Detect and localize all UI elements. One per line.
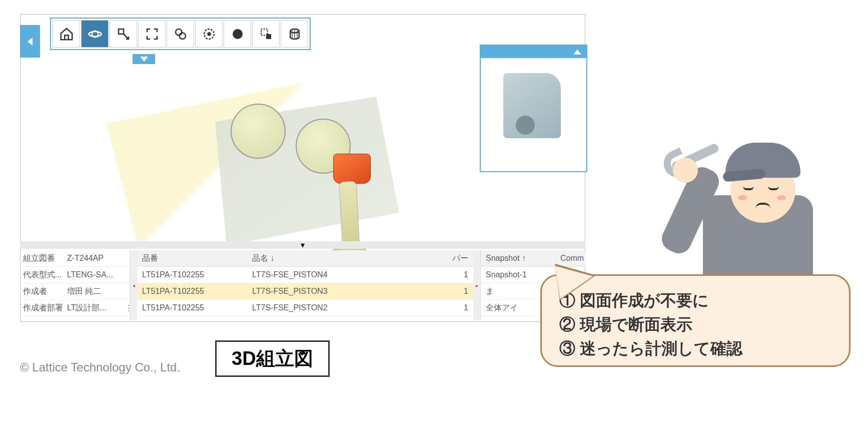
svg-point-3: [176, 29, 182, 36]
column-part-number[interactable]: 品番: [137, 253, 247, 264]
wireframe-button[interactable]: [281, 20, 308, 48]
column-resize-handle[interactable]: ⋮: [125, 303, 130, 313]
svg-point-1: [89, 32, 101, 37]
toolbar-more-button[interactable]: [133, 54, 155, 64]
horizontal-splitter[interactable]: ▾: [20, 241, 585, 249]
data-tables-area: 組立図番Z-T244AP 代表型式...LTENG-SA... 作成者増田 純二…: [20, 250, 585, 320]
cylinder-bore-1: [231, 104, 286, 159]
fit-button[interactable]: [138, 20, 166, 48]
svg-point-7: [233, 29, 243, 39]
speech-bubble: ① 図面作成が不要に ② 現場で断面表示 ③ 迷ったら計測して確認: [540, 274, 850, 367]
zoom-window-button[interactable]: [167, 20, 194, 48]
property-row[interactable]: 組立図番Z-T244AP: [20, 250, 130, 267]
property-row[interactable]: 代表型式...LTENG-SA...: [20, 267, 130, 283]
chevron-down-icon: [140, 57, 148, 62]
parts-header-row: 品番 品名 ↓ パー: [137, 250, 473, 267]
parts-table: 品番 品名 ↓ パー LT51PA-T102255LT7S-FSE_PISTON…: [137, 250, 473, 320]
shade-fill-button[interactable]: [224, 20, 251, 48]
part-preview-panel: [480, 45, 587, 172]
sidebar-collapse-left[interactable]: [20, 25, 40, 58]
scroll-right-button[interactable]: ▸: [473, 250, 480, 320]
pan-button[interactable]: [110, 20, 137, 48]
main-toolbar: [50, 18, 311, 50]
preview-header[interactable]: [481, 46, 586, 58]
home-button[interactable]: [53, 20, 80, 48]
chevron-left-icon: [28, 38, 33, 46]
selected-piston[interactable]: [333, 154, 371, 184]
table-row[interactable]: LT51PA-T102255LT7S-FSE_PISTON21: [137, 300, 473, 316]
table-row[interactable]: LT51PA-T102255LT7S-FSE_PISTON41: [137, 267, 473, 283]
svg-point-6: [207, 32, 211, 36]
bubble-line-1: ① 図面作成が不要に: [559, 288, 831, 312]
section-button[interactable]: [252, 20, 280, 48]
copyright-text: © Lattice Technology Co., Ltd.: [20, 360, 180, 374]
figure-caption: 3D組立図: [215, 340, 330, 377]
svg-point-4: [179, 33, 186, 39]
table-row[interactable]: LT51PA-T102255LT7S-FSE_PISTON31: [137, 283, 473, 300]
collapse-up-icon: [573, 50, 581, 55]
svg-rect-2: [119, 29, 124, 34]
column-snapshot[interactable]: Snapshot ↑: [481, 254, 555, 263]
column-part-name[interactable]: 品名 ↓: [247, 253, 443, 264]
preview-part-model[interactable]: [503, 73, 561, 138]
bubble-line-2: ② 現場で断面表示: [559, 312, 831, 336]
bubble-line-3: ③ 迷ったら計測して確認: [559, 336, 831, 360]
scroll-left-button[interactable]: ◂: [130, 250, 137, 320]
svg-rect-9: [266, 34, 271, 39]
property-row[interactable]: 作成者部署LT設計部...⋮: [20, 300, 130, 316]
shade-circle-button[interactable]: [195, 20, 223, 48]
property-row[interactable]: 作成者増田 純二: [20, 283, 130, 300]
column-qty[interactable]: パー: [443, 253, 473, 264]
properties-panel: 組立図番Z-T244AP 代表型式...LTENG-SA... 作成者増田 純二…: [20, 250, 130, 320]
orbit-button[interactable]: [81, 20, 109, 48]
viewport-3d[interactable]: [41, 29, 501, 259]
engine-model[interactable]: [181, 89, 411, 254]
